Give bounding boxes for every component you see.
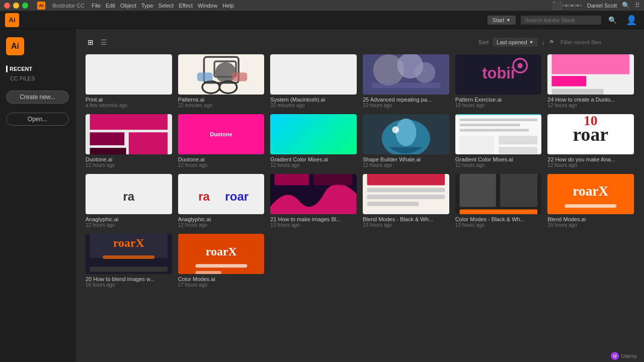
file-card-11[interactable]: roar 10 22 How do you make Ana... 12 hou…	[547, 114, 634, 168]
file-name-0: Print.ai	[86, 97, 172, 103]
svg-text:10: 10	[584, 114, 597, 129]
svg-rect-48	[500, 174, 537, 207]
close-btn[interactable]	[4, 3, 10, 9]
menu-select[interactable]: Select	[158, 3, 174, 9]
svg-text:ra: ra	[198, 190, 210, 204]
file-time-1: 22 minutes ago	[178, 103, 265, 108]
svg-rect-11	[371, 83, 440, 88]
file-card-1[interactable]: Patterns.ai 22 minutes ago	[178, 54, 265, 108]
menu-window[interactable]: Window	[198, 3, 217, 9]
sort-right: Sort Last opened ▼ ↓ ⚑	[478, 38, 634, 47]
system-icons: ⬛▫▪▫▪▫▪▫	[552, 1, 582, 10]
sort-select[interactable]: Last opened ▼	[493, 38, 537, 47]
file-card-9[interactable]: Shape Builder Whale.ai 12 hours ago	[363, 114, 449, 168]
svg-rect-63	[195, 271, 221, 274]
file-card-6[interactable]: Duotone.ai 12 hours ago	[86, 114, 172, 168]
file-card-19[interactable]: roarX Color Modes.ai 17 hours ago	[178, 234, 265, 288]
title-bar-right: ⬛▫▪▫▪▫▪▫ Daniel Scott 🔍 ⠿	[552, 1, 640, 10]
filter-icon: ⚑	[549, 39, 554, 46]
grid-icon-title[interactable]: ⠿	[635, 2, 640, 9]
filter-input[interactable]	[556, 38, 634, 47]
file-time-12: 12 hours ago	[86, 222, 172, 228]
create-new-button[interactable]: Create new...	[6, 90, 69, 104]
start-button[interactable]: Start ▼	[488, 16, 516, 25]
svg-rect-29	[459, 129, 528, 132]
svg-rect-42	[367, 188, 445, 193]
user-avatar[interactable]: 👤	[624, 14, 639, 27]
svg-rect-28	[459, 124, 520, 126]
sort-direction-icon[interactable]: ↓	[542, 39, 545, 46]
svg-rect-17	[552, 89, 604, 95]
svg-rect-53	[565, 205, 617, 208]
file-name-9: Shape Builder Whale.ai	[363, 156, 449, 162]
minimize-btn[interactable]	[13, 3, 19, 9]
file-card-16[interactable]: Color Modes - Black & Wh... 13 hours ago	[455, 174, 542, 228]
menu-help[interactable]: Help	[222, 3, 234, 9]
menu-object[interactable]: Object	[120, 3, 136, 9]
file-card-18[interactable]: roarX 20 How to blend images w... 16 hou…	[86, 234, 172, 288]
svg-rect-22	[90, 148, 126, 154]
file-name-3: 25 Advanced repeating pa...	[363, 97, 449, 103]
svg-rect-43	[367, 195, 445, 200]
file-time-17: 16 hours ago	[547, 222, 634, 228]
file-name-18: 20 How to blend images w...	[86, 276, 172, 282]
file-card-2[interactable]: System (Macintosh).ai 32 minutes ago	[270, 54, 357, 108]
open-button[interactable]: Open...	[6, 113, 69, 126]
ai-logo-sidebar: Ai	[6, 37, 24, 55]
file-name-17: Blend Modes.ai	[547, 216, 634, 222]
svg-rect-62	[195, 264, 247, 268]
sort-filter-bar: ⊞ ☰ Sort Last opened ▼ ↓ ⚑	[86, 37, 634, 47]
file-time-13: 12 hours ago	[178, 222, 265, 228]
file-name-2: System (Macintosh).ai	[270, 97, 357, 103]
ai-logo-toolbar: Ai	[5, 13, 19, 27]
file-time-4: 19 hours ago	[455, 103, 542, 108]
file-card-14[interactable]: 21 How to make images Bl... 13 hours ago	[270, 174, 357, 228]
file-card-12[interactable]: ra Anaglyphic.ai 12 hours ago	[86, 174, 172, 228]
file-card-7[interactable]: Duotone Duotone.ai 12 hours ago	[178, 114, 265, 168]
file-time-7: 12 hours ago	[178, 162, 265, 168]
svg-point-24	[395, 119, 416, 146]
menu-effect[interactable]: Effect	[179, 3, 193, 9]
menu-file[interactable]: File	[92, 3, 101, 9]
list-view-button[interactable]: ☰	[99, 37, 109, 47]
svg-text:roarX: roarX	[205, 245, 237, 258]
file-card-17[interactable]: roarX Blend Modes.ai 16 hours ago	[547, 174, 634, 228]
file-time-0: a few seconds ago	[86, 103, 172, 108]
app-toolbar: Ai Start ▼ 🔍 👤	[0, 11, 644, 29]
content-area[interactable]: ⊞ ☰ Sort Last opened ▼ ↓ ⚑	[75, 29, 644, 362]
menu-type[interactable]: Type	[141, 3, 153, 9]
svg-rect-44	[367, 202, 419, 206]
view-icons: ⊞ ☰	[86, 37, 109, 47]
file-thumb-8	[270, 114, 357, 154]
sort-chevron-icon: ▼	[529, 40, 534, 45]
file-card-13[interactable]: ra roar Anaglyphic.ai 12 hours ago	[178, 174, 265, 228]
menu-edit[interactable]: Edit	[106, 3, 115, 9]
svg-point-10	[415, 62, 435, 83]
file-thumb-6	[86, 114, 172, 154]
file-card-5[interactable]: 24 How to create a Duoto... 12 hours ago	[547, 54, 634, 108]
search-icon-toolbar[interactable]: 🔍	[606, 15, 619, 25]
file-card-4[interactable]: tobii Pattern Exercise.ai 19 hours ago	[455, 54, 542, 108]
sidebar-cc-files: CC FILES	[6, 75, 69, 81]
file-card-15[interactable]: Blend Modes - Black & Wh... 13 hours ago	[363, 174, 449, 228]
maximize-btn[interactable]	[22, 3, 28, 9]
search-input[interactable]	[521, 16, 601, 25]
file-card-3[interactable]: 25 Advanced repeating pa... 10 hours ago	[363, 54, 449, 108]
file-card-8[interactable]: Gradient Color Mixes.ai 12 hours ago	[270, 114, 357, 168]
svg-text:roarX: roarX	[113, 236, 145, 249]
file-thumb-18: roarX	[86, 234, 172, 274]
file-name-15: Blend Modes - Black & Wh...	[363, 216, 449, 222]
svg-rect-58	[90, 267, 168, 272]
svg-rect-6	[197, 73, 212, 81]
file-time-8: 12 hours ago	[270, 162, 357, 168]
search-icon-title[interactable]: 🔍	[622, 2, 630, 9]
file-thumb-7: Duotone	[178, 114, 265, 154]
grid-view-button[interactable]: ⊞	[86, 37, 96, 47]
svg-rect-39	[275, 174, 309, 186]
svg-rect-32	[498, 147, 537, 154]
svg-rect-20	[90, 133, 125, 146]
file-card-10[interactable]: Gradient Color Mixes.ai 12 hours ago	[455, 114, 542, 168]
svg-text:roarX: roarX	[573, 184, 609, 199]
file-card-0[interactable]: Print.ai a few seconds ago	[86, 54, 172, 108]
file-time-6: 12 hours ago	[86, 162, 172, 168]
